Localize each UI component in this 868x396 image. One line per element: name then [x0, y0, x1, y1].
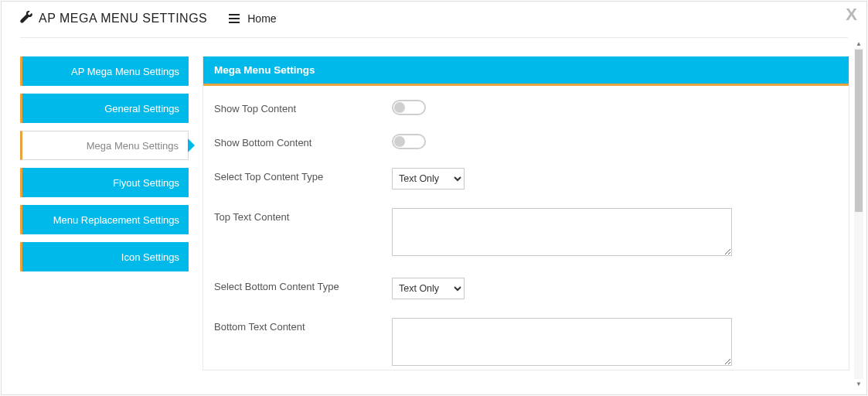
panel-title: Mega Menu Settings [203, 56, 849, 86]
sidebar-item-label: Flyout Settings [113, 177, 179, 189]
select-bottom-content-type[interactable]: Text Only [392, 278, 465, 299]
scrollbar-thumb[interactable] [855, 50, 863, 212]
vertical-scrollbar[interactable]: ▲ ▼ [854, 48, 863, 379]
app-title: AP MEGA MENU SETTINGS [39, 12, 207, 26]
hamburger-icon[interactable] [229, 14, 240, 23]
label-show-top-content: Show Top Content [214, 100, 392, 114]
wrench-icon [20, 11, 32, 26]
sidebar-item-label: Mega Menu Settings [87, 140, 179, 152]
scroll-up-icon[interactable]: ▲ [854, 39, 863, 48]
label-select-bottom-content-type: Select Bottom Content Type [214, 278, 392, 292]
label-top-text-content: Top Text Content [214, 208, 392, 223]
toggle-show-top-content[interactable] [392, 100, 426, 115]
sidebar-item-label: Icon Settings [121, 251, 179, 263]
sidebar-item-label: AP Mega Menu Settings [71, 66, 179, 77]
sidebar-item-general-settings[interactable]: General Settings [20, 94, 189, 123]
sidebar-item-flyout-settings[interactable]: Flyout Settings [20, 168, 189, 197]
textarea-bottom-text-content[interactable] [392, 318, 732, 366]
sidebar: AP Mega Menu Settings General Settings M… [20, 56, 189, 370]
select-top-content-type[interactable]: Text Only [392, 168, 465, 189]
label-bottom-text-content: Bottom Text Content [214, 318, 392, 333]
header-bar: AP MEGA MENU SETTINGS Home [2, 2, 866, 37]
label-show-bottom-content: Show Bottom Content [214, 134, 392, 148]
toggle-show-bottom-content[interactable] [392, 134, 426, 149]
panel-body: Show Top Content Show Bottom Content Sel… [203, 86, 849, 370]
textarea-top-text-content[interactable] [392, 208, 732, 256]
scroll-down-icon[interactable]: ▼ [854, 379, 863, 388]
sidebar-item-ap-mega-menu-settings[interactable]: AP Mega Menu Settings [20, 56, 189, 86]
close-button[interactable]: X [846, 5, 857, 25]
label-select-top-content-type: Select Top Content Type [214, 168, 392, 183]
sidebar-item-label: Menu Replacement Settings [53, 214, 179, 226]
sidebar-item-icon-settings[interactable]: Icon Settings [20, 242, 189, 271]
sidebar-item-mega-menu-settings[interactable]: Mega Menu Settings [20, 131, 189, 160]
home-link[interactable]: Home [247, 12, 276, 25]
main-panel: Mega Menu Settings Show Top Content Show… [203, 56, 849, 370]
sidebar-item-label: General Settings [104, 103, 179, 114]
sidebar-item-menu-replacement-settings[interactable]: Menu Replacement Settings [20, 205, 189, 234]
